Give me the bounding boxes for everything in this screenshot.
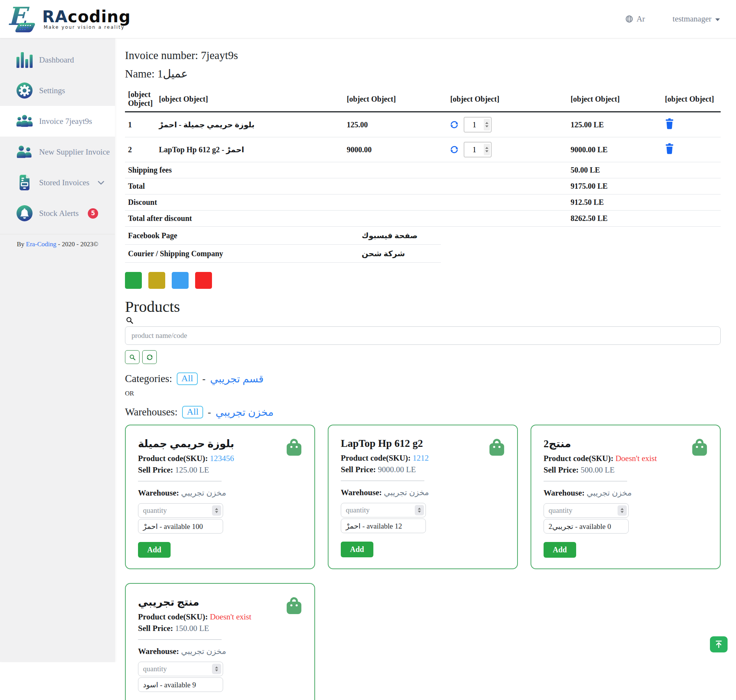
meta-row: Facebook Page صفحة فيسبوك — [125, 227, 441, 245]
meta-value: شركة شحن — [358, 245, 440, 263]
cell-index: 1 — [125, 112, 156, 137]
search-button[interactable] — [125, 350, 140, 364]
language-switch[interactable]: Ar — [625, 14, 645, 24]
add-to-invoice-button[interactable]: Add — [544, 542, 576, 558]
warehouse-link[interactable]: مخزن تجريبي — [215, 406, 273, 418]
era-coding-link[interactable]: Era-Coding — [26, 240, 56, 248]
people2-icon — [16, 143, 33, 160]
add-to-invoice-button[interactable]: Add — [138, 542, 171, 558]
sidebar-item-settings[interactable]: Settings — [0, 75, 115, 106]
product-card: بلوزة حريمي جميلة Product code(SKU): 123… — [125, 425, 315, 569]
remove-item-button[interactable] — [665, 143, 674, 154]
quantity-stepper[interactable] — [484, 119, 490, 130]
warehouse-label: Warehouse: — [544, 488, 585, 497]
warehouse-label: Warehouse: — [138, 488, 179, 497]
doc-icon — [16, 174, 33, 191]
card-quantity-input[interactable] — [138, 503, 223, 518]
invoice-row: 1 بلوزة حريمي جميلة - احمرْ 125.00 — [125, 112, 721, 137]
shopping-bag-icon — [488, 436, 506, 458]
card-quantity-input[interactable] — [341, 503, 426, 517]
product-card: منتج2 Product code(SKU): Doesn't exist S… — [531, 425, 721, 569]
warehouse-value: مخزن تجريبي — [384, 488, 429, 497]
summary-value: 9175.00 LE — [567, 178, 662, 194]
price-label: Sell Price: — [138, 465, 173, 474]
price-value: 125.00 LE — [175, 465, 209, 474]
column-header: [object Object] — [156, 86, 343, 112]
variant-select[interactable]: تجريبي2 - available 0 — [544, 519, 629, 534]
sidebar-item-invoice-7jeayt9s[interactable]: Invoice 7jeayt9s — [0, 106, 115, 137]
column-header: [object Object] — [447, 86, 567, 112]
brand-logo[interactable]: E RAcoding Make your vision a reality — [7, 3, 131, 36]
or-label: OR — [125, 390, 721, 397]
quantity-stepper[interactable] — [415, 505, 424, 516]
invoice-meta-table: Facebook Page صفحة فيسبوك Courier / Ship… — [125, 227, 441, 263]
sidebar-item-stock-alerts[interactable]: Stock Alerts 5 — [0, 198, 115, 229]
column-header: [object Object] — [662, 86, 721, 112]
summary-row: Discount 912.50 LE — [125, 194, 721, 211]
username: testmanager — [673, 14, 711, 24]
warehouses-filter: Warehouses: All - مخزن تجريبي — [125, 406, 721, 418]
price-value: 150.00 LE — [175, 624, 209, 633]
card-quantity-input[interactable] — [544, 503, 629, 518]
product-title: LapTop Hp 612 g2 — [341, 438, 505, 450]
quantity-stepper[interactable] — [212, 506, 221, 516]
product-search-input[interactable] — [125, 326, 721, 345]
invoice-table: [object Object][object Object][object Ob… — [125, 86, 721, 227]
invoice-row: 2 LapTop Hp 612 g2 - احمرْ 9000.00 — [125, 137, 721, 162]
sidebar-item-label: Stored Invoices — [39, 178, 89, 188]
meta-value: صفحة فيسبوك — [358, 227, 440, 245]
sidebar-item-label: New Supplier Invoice — [39, 147, 110, 157]
remove-item-button[interactable] — [665, 118, 674, 129]
product-title: منتج تجريبي — [138, 596, 302, 608]
sku-value: 1212 — [412, 453, 429, 463]
warehouse-label: Warehouse: — [341, 488, 382, 497]
sku-label: Product code(SKU): — [544, 454, 613, 463]
shopping-bag-icon — [691, 436, 708, 458]
cell-price: 9000.00 — [343, 137, 447, 162]
warehouses-all-button[interactable]: All — [182, 406, 203, 418]
recreate-button[interactable] — [148, 272, 165, 289]
main-content: Invoice number: 7jeayt9s Name: عميل1 [ob… — [115, 38, 736, 700]
sku-label: Product code(SKU): — [138, 612, 208, 621]
refresh-quantity-button[interactable] — [450, 145, 458, 154]
quantity-stepper[interactable] — [212, 664, 221, 674]
save-invoice-button[interactable] — [125, 272, 142, 289]
categories-all-button[interactable]: All — [177, 372, 198, 385]
back-button[interactable] — [172, 272, 189, 289]
category-link[interactable]: قسم تجريبي — [210, 373, 264, 385]
sidebar-item-new-supplier-invoice[interactable]: New Supplier Invoice — [0, 137, 115, 167]
shopping-bag-icon — [285, 595, 303, 617]
reset-search-button[interactable] — [142, 350, 157, 364]
variant-select[interactable]: احمرْ - available 100 — [138, 519, 223, 534]
warehouse-value: مخزن تجريبي — [586, 488, 632, 497]
cancel-invoice-button[interactable] — [195, 272, 212, 289]
variant-select[interactable]: اسود - available 9 — [138, 677, 223, 692]
sidebar-item-stored-invoices[interactable]: Stored Invoices — [0, 167, 115, 198]
shopping-bag-icon — [285, 436, 303, 458]
product-title: بلوزة حريمي جميلة — [138, 438, 302, 450]
user-menu[interactable]: testmanager — [673, 14, 720, 24]
product-card: منتج تجريبي Product code(SKU): Doesn't e… — [125, 583, 315, 700]
summary-value: 50.00 LE — [567, 162, 662, 178]
arrow-up-icon — [714, 640, 723, 649]
sidebar-item-dashboard[interactable]: Dashboard — [0, 44, 115, 75]
quantity-stepper[interactable] — [618, 506, 627, 516]
cell-total: 125.00 LE — [567, 112, 662, 137]
card-quantity-input[interactable] — [138, 662, 223, 676]
refresh-quantity-button[interactable] — [450, 120, 458, 129]
sidebar-item-label: Invoice 7jeayt9s — [39, 117, 92, 126]
cell-price: 125.00 — [343, 112, 447, 137]
add-to-invoice-button[interactable]: Add — [341, 542, 373, 557]
column-header: [object Object] — [343, 86, 447, 112]
cell-product: بلوزة حريمي جميلة - احمرْ — [156, 112, 343, 137]
invoice-customer-name: Name: عميل1 — [125, 67, 721, 80]
summary-label: Total after discount — [125, 211, 567, 227]
scroll-to-top-button[interactable] — [710, 636, 728, 652]
quantity-stepper[interactable] — [484, 144, 490, 155]
cell-index: 2 — [125, 137, 156, 162]
globe-icon — [625, 15, 633, 23]
product-title: منتج2 — [544, 438, 708, 450]
warehouses-label: Warehouses: — [125, 406, 177, 418]
sidebar-item-label: Stock Alerts — [39, 209, 79, 218]
variant-select[interactable]: احمرْ - available 12 — [341, 519, 426, 533]
